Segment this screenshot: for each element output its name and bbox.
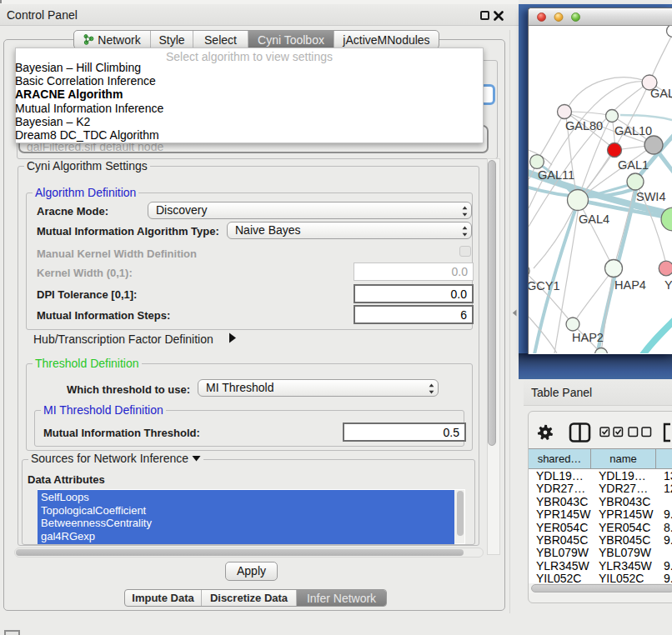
svg-text:GAL10: GAL10	[614, 124, 652, 138]
svg-text:GCY1: GCY1	[529, 279, 560, 292]
svg-text:GAL7: GAL7	[650, 87, 672, 100]
svg-text:GAL80: GAL80	[565, 119, 603, 132]
svg-text:HAP2: HAP2	[572, 331, 604, 344]
svg-text:GAL11: GAL11	[538, 168, 574, 182]
svg-text:GAL4: GAL4	[579, 212, 609, 226]
svg-text:HAP4: HAP4	[614, 278, 646, 292]
svg-text:SWI4: SWI4	[636, 190, 665, 203]
svg-text:GAL1: GAL1	[618, 158, 649, 172]
svg-text:Y: Y	[664, 278, 672, 292]
